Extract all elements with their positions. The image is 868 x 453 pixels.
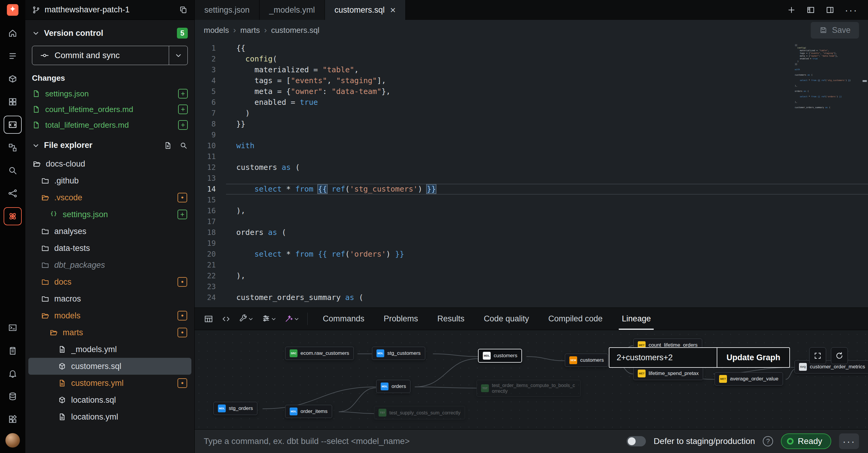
modified-badge: •	[178, 193, 187, 202]
lineage-node-test-order-items[interactable]: TSTtest_order_items_compute_to_bools_cor…	[476, 380, 581, 397]
search-icon[interactable]	[179, 141, 188, 150]
tree-item-docs-cloud[interactable]: docs-cloud	[28, 155, 191, 172]
tree-item-macros[interactable]: macros	[28, 290, 191, 307]
command-input[interactable]	[204, 436, 619, 446]
changed-file-row[interactable]: settings.json+	[25, 86, 194, 101]
lineage-canvas[interactable]: 2+customers+2 Update Graph SRCecom.raw_c…	[195, 330, 868, 429]
panel-tab-code-quality[interactable]: Code quality	[474, 308, 538, 330]
build-tools-button[interactable]	[236, 314, 256, 324]
breadcrumb-item[interactable]: customers.sql	[271, 26, 319, 35]
help-icon[interactable]: ?	[763, 436, 773, 446]
rail-notifications-icon[interactable]	[4, 365, 21, 382]
changed-file-row[interactable]: count_lifetime_orders.md+	[25, 101, 194, 117]
node-type-badge: MDL	[376, 349, 384, 357]
lineage-node-customers-semantic[interactable]: SEMcustomers	[565, 354, 608, 367]
more-actions-button[interactable]: ···	[839, 433, 859, 449]
tree-item-customers.yml[interactable]: customers.yml•	[28, 375, 191, 392]
file-explorer-header[interactable]: File explorer	[25, 133, 194, 155]
refresh-graph-button[interactable]	[831, 347, 848, 364]
tree-item-locations.yml[interactable]: locations.yml	[28, 409, 191, 425]
status-badge[interactable]: Ready	[781, 433, 831, 449]
rail-orchestration-icon[interactable]	[4, 139, 21, 156]
rail-lineage-icon[interactable]	[4, 185, 21, 202]
tree-item-models[interactable]: models•	[28, 307, 191, 324]
panel-tab-compiled-code[interactable]: Compiled code	[538, 308, 612, 330]
tree-item-locations.sql[interactable]: locations.sql	[28, 392, 191, 409]
tree-item-.vscode[interactable]: .vscode•	[28, 189, 191, 206]
tree-item-_models.yml[interactable]: _models.yml	[28, 341, 191, 358]
lineage-node-stg-orders[interactable]: MDLstg_orders	[213, 402, 257, 415]
branch-name[interactable]: matthewshaver-patch-1	[44, 5, 175, 14]
tab-customers.sql[interactable]: customers.sql×	[325, 0, 406, 20]
lineage-node-customers-model[interactable]: MDLcustomers	[478, 349, 522, 363]
rail-explore-icon[interactable]	[4, 162, 21, 179]
results-table-icon[interactable]	[201, 314, 216, 324]
save-button[interactable]: Save	[811, 22, 859, 38]
panel-tab-commands[interactable]: Commands	[313, 308, 374, 330]
panel-tab-results[interactable]: Results	[428, 308, 474, 330]
commit-and-sync-button[interactable]: Commit and sync	[32, 46, 188, 65]
code-content[interactable]: {{ config( materialized = "table", tags …	[226, 43, 868, 308]
ai-fix-button[interactable]	[282, 314, 302, 324]
rail-tasks-icon[interactable]	[4, 342, 21, 359]
lineage-node-lifetime-spend-pretax[interactable]: METlifetime_spend_pretax	[633, 367, 703, 380]
defer-toggle[interactable]	[627, 436, 646, 446]
lineage-node-stg-customers[interactable]: MDLstg_customers	[372, 347, 425, 360]
new-tab-icon[interactable]	[787, 5, 796, 14]
changed-file-row[interactable]: total_lifetime_orders.md+	[25, 117, 194, 133]
rail-apps-icon[interactable]	[4, 93, 21, 110]
sidebar: matthewshaver-patch-1 Version control 5 …	[25, 0, 195, 453]
panel-tab-lineage[interactable]: Lineage	[612, 308, 660, 330]
update-graph-button[interactable]: Update Graph	[717, 348, 789, 367]
tree-item-settings.json[interactable]: settings.json+	[28, 206, 191, 223]
node-type-badge: MDL	[483, 352, 491, 360]
tree-item-marts[interactable]: marts•	[28, 324, 191, 341]
user-avatar[interactable]	[5, 433, 20, 448]
code-view-icon[interactable]	[219, 314, 233, 324]
changes-count-badge: 5	[177, 28, 188, 38]
tree-item-docs[interactable]: docs•	[28, 273, 191, 290]
close-tab-icon[interactable]: ×	[390, 5, 396, 15]
rail-home-icon[interactable]	[4, 25, 21, 41]
dbt-logo[interactable]	[0, 0, 25, 20]
node-label: ecom.raw_customers	[301, 350, 349, 356]
tree-item-.github[interactable]: .github	[28, 172, 191, 189]
version-control-header[interactable]: Version control 5	[25, 20, 194, 44]
lineage-node-raw-customers[interactable]: SRCecom.raw_customers	[285, 347, 354, 360]
file-icon	[58, 362, 66, 370]
rail-ide-icon[interactable]	[4, 116, 21, 133]
editor-scrollbar[interactable]	[861, 40, 868, 308]
fullscreen-button[interactable]	[809, 347, 826, 364]
tree-item-data-tests[interactable]: data-tests	[28, 240, 191, 257]
rail-catalog-icon[interactable]	[4, 47, 21, 64]
split-panel-icon[interactable]	[826, 5, 835, 14]
rail-deploy-icon[interactable]	[4, 70, 21, 87]
panel-tab-problems[interactable]: Problems	[374, 308, 428, 330]
rail-storage-icon[interactable]	[4, 388, 21, 405]
lineage-node-test-supply-costs[interactable]: TSTtest_supply_costs_sum_correctly	[374, 406, 465, 419]
breadcrumb-item[interactable]: models	[204, 26, 229, 35]
breadcrumb-item[interactable]: marts	[240, 26, 260, 35]
lineage-node-orders-model[interactable]: MDLorders	[376, 380, 410, 393]
open-editors-icon[interactable]	[806, 5, 815, 14]
commit-options-button[interactable]	[169, 46, 187, 65]
tab-_models.yml[interactable]: _models.yml	[259, 0, 325, 20]
rail-widgets-icon[interactable]	[4, 411, 21, 428]
tree-item-label: customers.yml	[71, 379, 124, 388]
tree-item-analyses[interactable]: analyses	[28, 223, 191, 240]
code-editor: models › marts › customers.sql Save 1234…	[195, 20, 868, 308]
tab-settings.json[interactable]: settings.json	[195, 0, 259, 20]
rail-bottom-icons	[4, 319, 21, 428]
more-options-icon[interactable]: ···	[845, 4, 858, 16]
lint-tools-button[interactable]	[259, 314, 279, 324]
lineage-node-order-items[interactable]: MDLorder_items	[285, 405, 332, 418]
copy-branch-icon[interactable]	[179, 6, 188, 14]
node-type-badge: SVQ	[799, 363, 807, 371]
rail-terminal-icon[interactable]	[4, 319, 21, 336]
new-file-icon[interactable]	[164, 141, 172, 150]
rail-copilot-icon[interactable]	[4, 208, 21, 225]
lineage-node-average-order-value[interactable]: METaverage_order_value	[715, 372, 783, 386]
lineage-selector-input[interactable]: 2+customers+2	[610, 348, 717, 367]
tree-item-customers.sql[interactable]: customers.sql	[28, 358, 191, 375]
tree-item-dbt_packages[interactable]: dbt_packages	[28, 257, 191, 273]
